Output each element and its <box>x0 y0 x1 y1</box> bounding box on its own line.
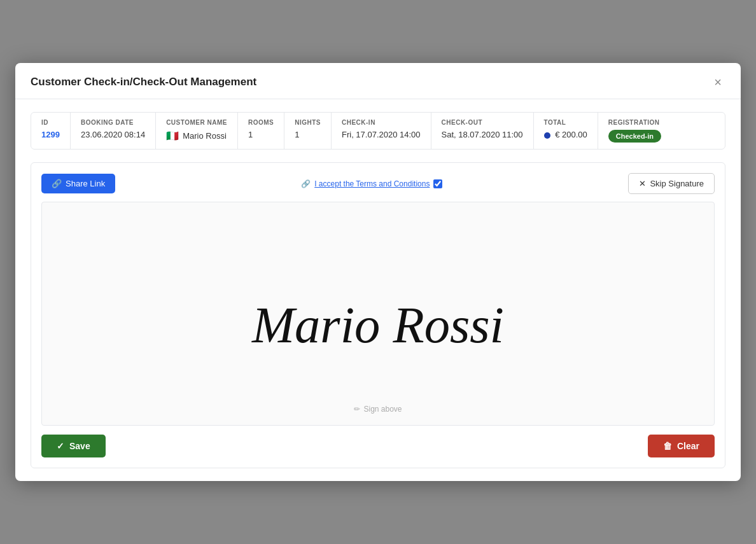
check-icon: ✓ <box>57 441 64 451</box>
sign-hint-text: Sign above <box>363 405 402 414</box>
checkout-cell: CHECK-OUT Sat, 18.07.2020 11:00 <box>431 113 534 149</box>
clear-button[interactable]: 🗑 Clear <box>648 435 715 457</box>
clear-label: Clear <box>677 441 699 451</box>
trash-icon: 🗑 <box>663 441 672 451</box>
skip-signature-label: Skip Signature <box>650 179 704 188</box>
checkout-value: Sat, 18.07.2020 11:00 <box>442 130 523 139</box>
booking-id-cell: ID 1299 <box>31 113 71 149</box>
customer-name-cell: CUSTOMER NAME 🇮🇹 Mario Rossi <box>156 113 238 149</box>
skip-signature-button[interactable]: ✕ Skip Signature <box>628 173 715 194</box>
checkout-label: CHECK-OUT <box>442 119 523 126</box>
id-value[interactable]: 1299 <box>41 130 60 139</box>
nights-label: NIGHTS <box>295 119 321 126</box>
link-icon: 🔗 <box>52 179 62 188</box>
checkin-value: Fri, 17.07.2020 14:00 <box>342 130 421 139</box>
nights-cell: NIGHTS 1 <box>284 113 332 149</box>
sign-hint: ✏ Sign above <box>354 405 402 414</box>
total-amount: € 200.00 <box>555 130 587 139</box>
close-button[interactable]: × <box>710 74 725 90</box>
customer-name-row: 🇮🇹 Mario Rossi <box>166 130 227 142</box>
booking-date-cell: BOOKING DATE 23.06.2020 08:14 <box>71 113 156 149</box>
status-badge: Checked-in <box>608 130 661 143</box>
share-link-button[interactable]: 🔗 Share Link <box>41 174 115 193</box>
rooms-label: ROOMS <box>248 119 274 126</box>
booking-date-label: BOOKING DATE <box>81 119 145 126</box>
checkin-label: CHECK-IN <box>342 119 421 126</box>
customer-name-label: CUSTOMER NAME <box>166 119 227 126</box>
registration-label: REGISTRATION <box>608 119 715 126</box>
link-terms-icon: 🔗 <box>301 179 311 188</box>
modal-header: Customer Check-in/Check-Out Management × <box>15 63 741 99</box>
terms-label[interactable]: 🔗 I accept the Terms and Conditions <box>301 179 442 188</box>
signature-card: 🔗 Share Link 🔗 I accept the Terms and Co… <box>31 162 725 468</box>
signature-svg: Mario Rossi <box>203 256 553 371</box>
nights-value: 1 <box>295 130 321 139</box>
save-label: Save <box>69 441 90 451</box>
total-dot-icon <box>544 132 550 139</box>
modal-body: ID 1299 BOOKING DATE 23.06.2020 08:14 CU… <box>15 99 741 481</box>
registration-cell: REGISTRATION Checked-in <box>598 113 725 149</box>
modal-dialog: Customer Check-in/Check-Out Management ×… <box>15 63 741 481</box>
signature-canvas[interactable]: Mario Rossi ✏ Sign above <box>41 202 715 426</box>
modal-overlay: Customer Check-in/Check-Out Management ×… <box>0 0 756 544</box>
rooms-cell: ROOMS 1 <box>238 113 284 149</box>
total-value: € 200.00 <box>544 130 587 139</box>
svg-text:Mario Rossi: Mario Rossi <box>251 296 504 353</box>
signature-display: Mario Rossi <box>42 202 714 425</box>
total-label: TOTAL <box>544 119 587 126</box>
terms-text[interactable]: I accept the Terms and Conditions <box>314 179 430 188</box>
customer-flag-icon: 🇮🇹 <box>166 130 179 142</box>
signature-toolbar: 🔗 Share Link 🔗 I accept the Terms and Co… <box>41 173 715 194</box>
booking-date-value: 23.06.2020 08:14 <box>81 130 145 139</box>
customer-name-value: Mario Rossi <box>183 131 227 141</box>
id-label: ID <box>41 119 60 126</box>
rooms-value: 1 <box>248 130 274 139</box>
x-icon: ✕ <box>639 179 646 188</box>
modal-title: Customer Check-in/Check-Out Management <box>31 76 256 88</box>
total-cell: TOTAL € 200.00 <box>534 113 598 149</box>
checkin-cell: CHECK-IN Fri, 17.07.2020 14:00 <box>332 113 431 149</box>
save-button[interactable]: ✓ Save <box>41 435 106 457</box>
pen-icon: ✏ <box>354 405 360 414</box>
terms-checkbox[interactable] <box>433 179 442 188</box>
signature-footer: ✓ Save 🗑 Clear <box>41 435 715 457</box>
booking-info-row: ID 1299 BOOKING DATE 23.06.2020 08:14 CU… <box>31 112 725 150</box>
share-link-label: Share Link <box>66 179 105 188</box>
